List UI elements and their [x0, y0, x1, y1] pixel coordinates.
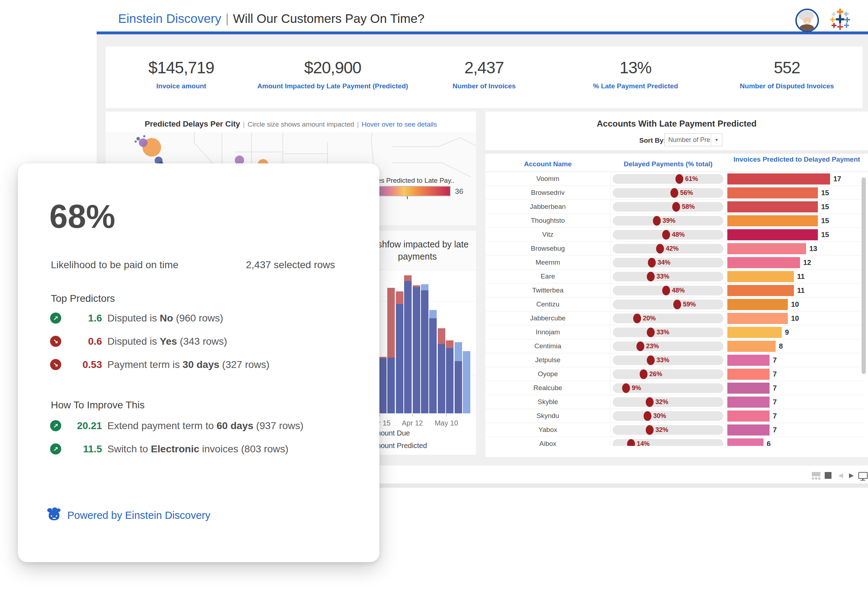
invoices-bar[interactable]	[727, 243, 806, 254]
table-row[interactable]: Centimia23%8	[486, 339, 864, 353]
table-row[interactable]: Centizu59%10	[486, 297, 864, 312]
grid-icon[interactable]	[812, 472, 821, 479]
prev-arrow-icon[interactable]: ◀	[838, 472, 843, 479]
arrow-down-icon: ↘	[50, 359, 61, 370]
delayed-dot[interactable]	[640, 369, 648, 379]
invoices-bar[interactable]	[727, 299, 788, 310]
predictor-row: ↘0.6Disputed is Yes (343 rows)	[50, 335, 365, 349]
cashflow-bar[interactable]	[413, 285, 420, 413]
invoices-bar[interactable]	[727, 285, 794, 296]
delayed-dot[interactable]	[647, 272, 655, 281]
delayed-dot[interactable]	[646, 425, 654, 435]
delayed-dot[interactable]	[633, 313, 641, 323]
table-row[interactable]: Aibox14%6	[486, 437, 864, 446]
delayed-dot[interactable]	[656, 244, 664, 253]
cashflow-bar[interactable]	[396, 291, 403, 413]
delayed-dot[interactable]	[653, 216, 661, 226]
invoices-bar[interactable]	[727, 383, 769, 394]
delayed-track	[613, 300, 723, 309]
delayed-dot[interactable]	[673, 300, 681, 309]
segment-amount-base	[455, 361, 462, 413]
table-row[interactable]: Skyble32%7	[486, 395, 864, 409]
accounts-scrollbar[interactable]	[862, 177, 866, 374]
invoices-bar[interactable]	[727, 424, 769, 436]
invoices-bar[interactable]	[727, 229, 818, 240]
table-row[interactable]: Jabberbean58%15	[486, 200, 864, 214]
column-header-invoices-predicted[interactable]: Invoices Predicted to Delayed Payment	[732, 155, 861, 164]
column-header-delayed-payments[interactable]: Delayed Payments (% total)	[610, 155, 726, 168]
cashflow-bar[interactable]	[463, 351, 470, 413]
invoices-bar[interactable]	[727, 369, 769, 380]
delayed-dot[interactable]	[647, 355, 655, 365]
city-bubble[interactable]	[134, 141, 137, 143]
invoices-bar[interactable]	[727, 215, 818, 227]
map-panel-subtitle: Circle size shows amount impacted	[248, 121, 354, 128]
delayed-dot[interactable]	[670, 188, 678, 198]
cashflow-bar[interactable]	[404, 275, 412, 413]
table-row[interactable]: Browsedriv56%15	[486, 186, 864, 200]
delayed-dot[interactable]	[636, 341, 644, 351]
kpi-label: Number of Disputed Invoices	[711, 82, 863, 90]
sort-by-dropdown[interactable]: Number of Pre... ▼	[664, 133, 722, 146]
invoices-count: 15	[821, 217, 829, 225]
table-row[interactable]: Meemm34%12	[486, 256, 864, 269]
table-row[interactable]: Realcube9%7	[486, 381, 864, 395]
invoices-bar[interactable]	[727, 341, 776, 352]
table-row[interactable]: Jabbercube20%10	[486, 312, 864, 325]
chevron-down-icon[interactable]: ▼	[711, 134, 722, 146]
delayed-dot[interactable]	[662, 286, 670, 295]
invoices-bar[interactable]	[727, 438, 763, 446]
invoices-bar[interactable]	[727, 355, 769, 366]
invoices-bar[interactable]	[727, 187, 818, 199]
cashflow-bar[interactable]	[379, 357, 387, 413]
delayed-dot[interactable]	[675, 174, 683, 184]
invoices-bar[interactable]	[727, 397, 769, 408]
table-row[interactable]: Voomm61%17	[486, 172, 864, 186]
invoices-count: 7	[773, 356, 777, 364]
powered-by-link[interactable]: Powered by Einstein Discovery	[67, 509, 211, 521]
delayed-dot[interactable]	[644, 411, 651, 421]
tableau-logo-icon[interactable]	[830, 9, 851, 31]
table-row[interactable]: Vitz48%15	[486, 228, 864, 242]
table-row[interactable]: Skyndu30%7	[486, 409, 864, 423]
delayed-dot[interactable]	[672, 202, 680, 212]
cashflow-bar[interactable]	[455, 342, 462, 413]
city-bubble[interactable]	[136, 137, 140, 141]
cashflow-bar[interactable]	[429, 310, 437, 413]
table-row[interactable]: Twitterbea48%11	[486, 284, 864, 297]
invoices-bar[interactable]	[727, 327, 782, 338]
invoices-bar[interactable]	[727, 201, 818, 212]
cashflow-bar[interactable]	[446, 340, 453, 413]
cashflow-bar[interactable]	[421, 284, 428, 413]
invoices-bar[interactable]	[727, 257, 800, 268]
hover-details-link[interactable]: Hover over to see details	[362, 121, 437, 128]
table-row[interactable]: Yabox32%7	[486, 423, 864, 437]
table-row[interactable]: Innojam33%9	[486, 325, 864, 339]
table-row[interactable]: Eare33%11	[486, 269, 864, 284]
next-arrow-icon[interactable]: ▶	[849, 472, 854, 479]
delayed-dot[interactable]	[647, 328, 655, 337]
delayed-dot[interactable]	[627, 439, 635, 446]
invoices-bar[interactable]	[727, 313, 788, 324]
delayed-dot[interactable]	[662, 230, 670, 240]
invoices-bar[interactable]	[727, 410, 769, 422]
cashflow-bar[interactable]	[387, 288, 395, 413]
account-name: Skyble	[486, 395, 611, 409]
table-row[interactable]: Oyope26%7	[486, 367, 864, 381]
square-icon[interactable]	[825, 472, 831, 479]
column-header-account-name[interactable]: Account Name	[486, 155, 610, 168]
city-bubble[interactable]	[143, 135, 145, 137]
cashflow-bar[interactable]	[438, 328, 445, 413]
presentation-icon[interactable]	[858, 472, 868, 479]
invoices-bar[interactable]	[727, 174, 830, 184]
city-bubble[interactable]	[139, 138, 148, 147]
invoices-bar[interactable]	[727, 271, 794, 282]
delayed-payments-cell: 39%	[610, 214, 726, 227]
invoices-count: 15	[821, 189, 829, 197]
delayed-dot[interactable]	[648, 258, 656, 268]
delayed-dot[interactable]	[622, 383, 630, 393]
table-row[interactable]: Browsebug42%13	[486, 242, 864, 256]
delayed-dot[interactable]	[646, 397, 654, 407]
table-row[interactable]: Jetpulse33%7	[486, 353, 864, 367]
table-row[interactable]: Thoughtsto39%15	[486, 214, 864, 228]
